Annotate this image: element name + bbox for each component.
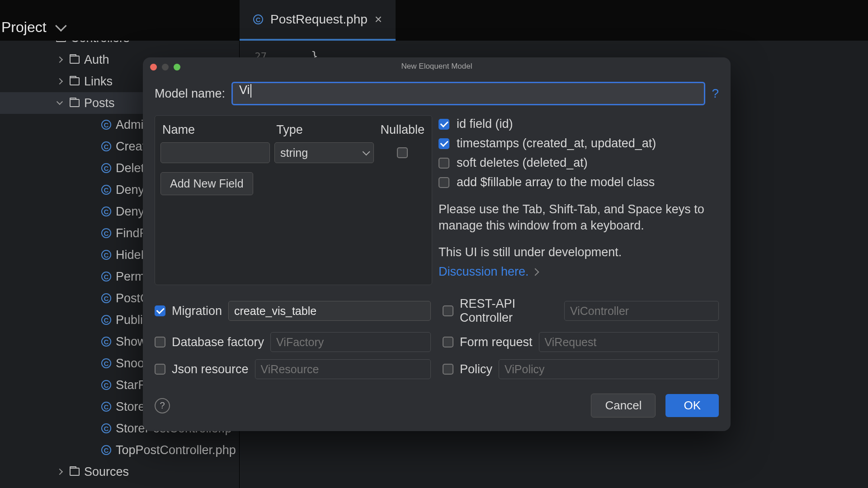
php-class-icon: C [101, 206, 111, 216]
tree-folder[interactable]: Sources [0, 461, 239, 483]
php-class-icon: C [101, 163, 111, 173]
field-nullable-checkbox[interactable] [397, 147, 408, 158]
close-icon[interactable]: × [375, 12, 382, 27]
add-field-button[interactable]: Add New Field [160, 172, 253, 195]
resource-checkbox[interactable] [155, 364, 165, 375]
field-name-input[interactable] [160, 142, 270, 163]
policy-checkbox[interactable] [443, 364, 453, 375]
factory-checkbox[interactable] [155, 337, 165, 347]
tree-arrow[interactable] [54, 469, 65, 474]
php-class-icon: C [101, 358, 111, 368]
help-icon[interactable]: ? [155, 398, 170, 413]
text-cursor [250, 84, 251, 98]
chevron-down-icon [363, 148, 370, 155]
editor-tab-postrequest[interactable]: C PostRequest.php × [240, 0, 396, 41]
php-class-icon: C [101, 445, 111, 455]
folder-icon [56, 41, 66, 42]
tree-arrow[interactable] [54, 57, 65, 62]
formrequest-label: Form request [460, 335, 533, 349]
soft-deletes-label: soft deletes (deleted_at) [457, 156, 588, 170]
tree-item-label: Links [84, 75, 113, 89]
php-class-icon: C [253, 14, 263, 24]
factory-input[interactable] [270, 332, 431, 352]
tree-item-label: TopPostController.php [116, 443, 236, 457]
migration-input[interactable] [228, 301, 431, 321]
formrequest-checkbox[interactable] [443, 337, 453, 347]
cancel-button[interactable]: Cancel [591, 394, 656, 418]
controller-input[interactable] [564, 301, 719, 321]
help-icon[interactable]: ? [712, 86, 719, 101]
soft-deletes-checkbox[interactable] [439, 158, 449, 169]
php-class-icon: C [101, 272, 111, 282]
php-class-icon: C [101, 250, 111, 260]
field-type-value: string [280, 146, 308, 160]
folder-icon [70, 99, 80, 107]
resource-label: Json resource [172, 362, 249, 376]
folder-icon [70, 77, 80, 85]
editor-tabs: C PostRequest.php × [240, 0, 868, 41]
policy-input[interactable] [499, 359, 719, 379]
column-header-type: Type [276, 123, 380, 137]
php-class-icon: C [101, 185, 111, 195]
hint-text-2: This UI is still under development. [439, 244, 719, 260]
tree-item-label: Sources [84, 465, 129, 479]
php-class-icon: C [101, 141, 111, 151]
minimize-icon [162, 64, 169, 70]
controller-label: REST-API Controller [460, 297, 558, 325]
tree-file[interactable]: CTopPostController.php [0, 439, 239, 461]
fields-panel: Name Type Nullable string Add New Field [155, 115, 432, 285]
id-field-checkbox[interactable] [439, 119, 449, 130]
php-class-icon: C [101, 402, 111, 412]
editor-tab-label: PostRequest.php [270, 12, 368, 27]
new-eloquent-model-dialog: New Eloquent Model Model name: Vi ? Name… [143, 57, 731, 431]
tree-item-label: Controllers [71, 41, 130, 45]
dialog-title: New Eloquent Model [401, 62, 472, 71]
tree-folder[interactable]: Controllers [0, 41, 239, 49]
chevron-down-icon [55, 20, 66, 31]
project-toolwindow-header[interactable]: Project [0, 14, 64, 41]
hint-text: Please use the Tab, Shift-Tab, and Space… [439, 201, 719, 234]
fillable-checkbox[interactable] [439, 177, 449, 188]
dialog-titlebar[interactable]: New Eloquent Model [143, 57, 731, 75]
policy-label: Policy [460, 362, 492, 376]
model-options-panel: id field (id) timestamps (created_at, up… [439, 115, 719, 285]
controller-checkbox[interactable] [443, 305, 453, 316]
formrequest-input[interactable] [539, 332, 719, 352]
model-name-input[interactable]: Vi [231, 82, 705, 105]
discussion-link-text: Discussion here. [439, 265, 529, 279]
php-class-icon: C [101, 423, 111, 433]
field-type-select[interactable]: string [274, 142, 374, 163]
zoom-icon[interactable] [174, 64, 180, 70]
php-class-icon: C [101, 337, 111, 347]
column-header-nullable: Nullable [380, 123, 425, 137]
close-icon[interactable] [150, 64, 157, 70]
tree-arrow[interactable] [54, 101, 65, 105]
fillable-label: add $fillable array to the model class [457, 175, 655, 189]
folder-icon [70, 468, 80, 476]
tree-arrow[interactable] [54, 79, 65, 84]
php-class-icon: C [101, 293, 111, 303]
php-class-icon: C [101, 380, 111, 390]
factory-label: Database factory [172, 335, 264, 349]
model-name-value: Vi [239, 83, 250, 97]
ok-button[interactable]: OK [665, 394, 719, 417]
project-title: Project [1, 19, 47, 36]
external-link-icon [531, 268, 539, 276]
model-name-label: Model name: [155, 87, 225, 101]
id-field-label: id field (id) [457, 117, 513, 131]
php-class-icon: C [101, 120, 111, 130]
migration-checkbox[interactable] [155, 305, 165, 316]
tree-item-label: Auth [84, 53, 109, 67]
resource-input[interactable] [255, 359, 431, 379]
folder-icon [70, 56, 80, 64]
column-header-name: Name [162, 123, 276, 137]
window-controls [150, 64, 180, 70]
tree-item-label: Posts [84, 96, 115, 110]
discussion-link[interactable]: Discussion here. [439, 265, 538, 279]
timestamps-checkbox[interactable] [439, 138, 449, 149]
migration-label: Migration [172, 304, 222, 318]
php-class-icon: C [101, 228, 111, 238]
php-class-icon: C [101, 315, 111, 325]
timestamps-label: timestamps (created_at, updated_at) [457, 136, 656, 150]
